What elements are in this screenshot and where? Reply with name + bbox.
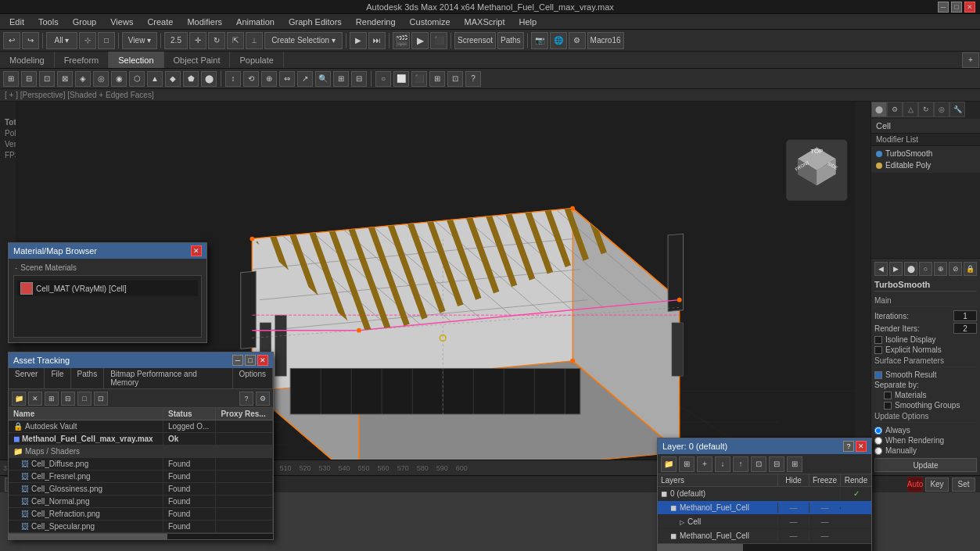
at-menu-options[interactable]: Options (233, 368, 273, 388)
at-row-max[interactable]: ◼Methanol_Fuel_Cell_max_vray.max Ok (9, 433, 273, 445)
at-row-normal[interactable]: 🖼Cell_Normal.png Found (9, 496, 273, 508)
ts-rendering-radio[interactable] (874, 437, 882, 445)
sub-tool-21[interactable]: ○ (375, 71, 391, 87)
view-dropdown[interactable]: View ▾ (122, 32, 157, 49)
ts-materials-check[interactable] (884, 392, 892, 399)
ts-always-radio[interactable] (874, 427, 882, 435)
sub-tool-20[interactable]: ⊟ (351, 71, 367, 87)
material-browser-titlebar[interactable]: Material/Map Browser ✕ (9, 243, 206, 259)
menu-maxscript[interactable]: MAXScript (458, 16, 512, 28)
ts-toolbar-2[interactable]: ▶ (889, 262, 903, 276)
close-btn[interactable]: ✕ (964, 2, 975, 13)
sub-tool-25[interactable]: ⊡ (447, 71, 463, 87)
at-btn-6[interactable]: ⊡ (94, 392, 108, 406)
effects-btn[interactable]: ⚙ (569, 32, 586, 49)
ts-iterations-value[interactable]: 1 (953, 310, 977, 321)
sub-tool-6[interactable]: ◎ (93, 71, 109, 87)
play-btn[interactable]: ▶ (350, 32, 367, 49)
sub-tool-12[interactable]: ⬤ (201, 71, 217, 87)
lm-scrollbar[interactable] (658, 543, 871, 551)
rp-tab-utilities[interactable]: 🔧 (949, 102, 965, 117)
at-btn-2[interactable]: ✕ (28, 392, 42, 406)
sub-tool-9[interactable]: ▲ (147, 71, 163, 87)
menu-customize[interactable]: Customize (404, 16, 457, 28)
rotate-btn[interactable]: ↻ (208, 32, 225, 49)
at-row-specular[interactable]: 🖼Cell_Specular.png Found (9, 521, 273, 533)
sub-tool-15[interactable]: ⊕ (261, 71, 277, 87)
coord-set-btn[interactable]: Set (952, 478, 975, 492)
at-scrollbar[interactable] (9, 533, 273, 539)
tab-populate[interactable]: Populate (230, 52, 283, 68)
lm-btn-1[interactable]: 📁 (661, 456, 677, 472)
ts-explicit-check[interactable] (874, 346, 882, 354)
sub-tool-19[interactable]: ⊞ (333, 71, 349, 87)
lm-btn-7[interactable]: ⊟ (769, 456, 784, 472)
maximize-btn[interactable]: □ (951, 2, 962, 13)
modifier-editable-poly[interactable]: Editable Poly (873, 159, 978, 171)
render-frame-btn[interactable]: ⬛ (430, 32, 447, 49)
select-region-btn[interactable]: □ (98, 32, 115, 49)
at-btn-1[interactable]: 📁 (12, 392, 26, 406)
coord-key-btn[interactable]: Key (925, 478, 949, 492)
ts-toolbar-7[interactable]: 🔒 (964, 262, 977, 276)
squash-btn[interactable]: ⟂ (246, 32, 263, 49)
lm-help-btn[interactable]: ? (843, 441, 854, 452)
sub-tool-23[interactable]: ⬛ (411, 71, 427, 87)
sub-tool-4[interactable]: ⊠ (57, 71, 73, 87)
at-menu-file[interactable]: File (45, 368, 70, 388)
at-row-refraction[interactable]: 🖼Cell_Refraction.png Found (9, 508, 273, 521)
menu-modifiers[interactable]: Modifiers (181, 16, 228, 28)
at-row-fresnel[interactable]: 🖼Cell_Fresnel.png Found (9, 470, 273, 483)
modifier-turbsmooth[interactable]: TurboSmooth (873, 148, 978, 159)
at-btn-settings[interactable]: ⚙ (256, 392, 270, 406)
lm-row-default[interactable]: ◼0 (default) ✓ (658, 487, 871, 501)
menu-animation[interactable]: Animation (230, 16, 281, 28)
menu-rendering[interactable]: Rendering (350, 16, 402, 28)
at-maximize-btn[interactable]: □ (245, 355, 256, 366)
at-minimize-btn[interactable]: ─ (232, 355, 243, 366)
rp-tab-display[interactable]: ◎ (934, 102, 949, 117)
paths-btn[interactable]: Paths (497, 32, 524, 49)
scale-val[interactable]: 2.5 (164, 32, 188, 49)
sub-tool-18[interactable]: 🔍 (315, 71, 331, 87)
lm-btn-8[interactable]: ⊞ (787, 456, 802, 472)
at-menu-paths[interactable]: Paths (71, 368, 105, 388)
material-browser-close[interactable]: ✕ (191, 245, 202, 256)
sub-tool-17[interactable]: ↗ (297, 71, 313, 87)
ts-manually-radio[interactable] (874, 447, 882, 455)
sub-tool-2[interactable]: ⊟ (21, 71, 37, 87)
select-btn[interactable]: ⊹ (79, 32, 96, 49)
menu-group[interactable]: Group (66, 16, 103, 28)
ts-smoothing-check[interactable] (884, 402, 892, 410)
undo-btn[interactable]: ↩ (3, 32, 20, 49)
lm-btn-5[interactable]: ↑ (733, 456, 748, 472)
at-row-maps[interactable]: 📁Maps / Shaders (9, 445, 273, 458)
tab-selection[interactable]: Selection (109, 52, 163, 68)
sub-tool-7[interactable]: ◉ (111, 71, 127, 87)
at-row-vault[interactable]: 🔒Autodesk Vault Logged O... (9, 420, 273, 433)
lm-row-methanol-cell[interactable]: ◼Methanol_Fuel_Cell — — (658, 501, 871, 515)
sub-tool-13[interactable]: ↕ (225, 71, 241, 87)
at-btn-4[interactable]: ⊟ (61, 392, 75, 406)
redo-btn[interactable]: ↪ (22, 32, 39, 49)
menu-tools[interactable]: Tools (32, 16, 65, 28)
lm-row-cell[interactable]: ▷Cell — — (658, 515, 871, 529)
sub-tool-10[interactable]: ◆ (165, 71, 181, 87)
sub-tool-26[interactable]: ? (465, 71, 481, 87)
lm-btn-2[interactable]: ⊞ (679, 456, 695, 472)
macro-btn[interactable]: Macro16 (587, 32, 624, 49)
menu-help[interactable]: Help (513, 16, 544, 28)
step-btn[interactable]: ⏭ (368, 32, 386, 49)
at-btn-5[interactable]: □ (77, 392, 92, 406)
at-row-diffuse[interactable]: 🖼Cell_Diffuse.png Found (9, 458, 273, 470)
ts-toolbar-1[interactable]: ◀ (874, 262, 888, 276)
scale-btn[interactable]: ⇱ (227, 32, 244, 49)
sub-tool-14[interactable]: ⟲ (243, 71, 259, 87)
menu-graph-editors[interactable]: Graph Editors (282, 16, 348, 28)
layer-manager-titlebar[interactable]: Layer: 0 (default) ? ✕ (658, 438, 871, 454)
create-selection-btn[interactable]: Create Selection ▾ (264, 32, 343, 49)
ts-toolbar-3[interactable]: ⬤ (904, 262, 917, 276)
menu-views[interactable]: Views (104, 16, 139, 28)
menu-edit[interactable]: Edit (3, 16, 31, 28)
ts-update-btn[interactable]: Update (874, 458, 977, 472)
